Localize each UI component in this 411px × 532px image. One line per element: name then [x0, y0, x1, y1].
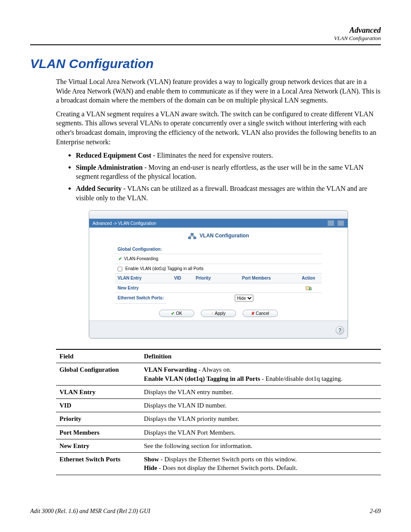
eth-switch-ports-select[interactable]: Hide [235, 295, 253, 302]
svg-rect-0 [191, 233, 193, 235]
global-config-label: Global Configuration: [115, 245, 322, 254]
footer-page-number: 2-69 [370, 508, 381, 515]
cancel-button[interactable]: ✘Cancel [243, 310, 278, 317]
page-title: VLAN Configuration [30, 56, 381, 71]
enable-dot1q-row: Enable VLAN (dot1q) Tagging in all Ports [115, 264, 322, 274]
defs-head-definition: Definition [140, 349, 381, 363]
intro-paragraph-1: The Virtual Local Area Network (VLAN) fe… [56, 77, 381, 105]
col-priority: Priority [189, 274, 218, 283]
page-header: Advanced VLAN Configuration [30, 26, 381, 42]
breadcrumb-text: Advanced -> VLAN Configuration [93, 221, 156, 227]
panel-heading: VLAN Configuration [89, 232, 348, 239]
svg-rect-1 [188, 237, 191, 239]
panel-titlebar [89, 211, 348, 219]
ok-button[interactable]: ✔OK [159, 310, 194, 317]
apply-button[interactable]: ↑Apply [201, 310, 236, 317]
field-definitions-table: Field Definition Global Configuration VL… [56, 349, 381, 475]
defs-row: Priority Displays the VLAN priority numb… [56, 412, 381, 426]
page-footer: Adit 3000 (Rel. 1.6) and MSR Card (Rel 2… [30, 508, 381, 515]
network-icon [188, 233, 196, 239]
breadcrumb-bar: Advanced -> VLAN Configuration [89, 219, 348, 227]
vlan-config-panel: Advanced -> VLAN Configuration [89, 210, 348, 339]
benefit-item: Added Security - VLANs can be utilized a… [68, 184, 381, 202]
header-chapter: Advanced [30, 26, 381, 35]
enable-dot1q-checkbox[interactable] [118, 267, 122, 271]
defs-row: Port Members Displays the VLAN Port Memb… [56, 426, 381, 439]
add-entry-icon[interactable] [305, 286, 311, 291]
defs-row: Global Configuration VLAN Forwarding - A… [56, 363, 381, 386]
defs-row: VID Displays the VLAN ID number. [56, 399, 381, 412]
apply-icon: ↑ [211, 311, 213, 316]
x-icon: ✘ [251, 311, 255, 316]
defs-row: Ethernet Switch Ports Show - Displays th… [56, 453, 381, 475]
svg-rect-2 [193, 237, 196, 239]
vlan-forwarding-row: ✔ VLAN-Forwarding [115, 254, 322, 264]
col-port-members: Port Members [218, 274, 295, 283]
expand-icon[interactable] [337, 220, 344, 226]
check-icon: ✔ [171, 311, 174, 316]
eth-switch-ports-label: Ethernet Switch Ports: [115, 293, 166, 304]
defs-row: VLAN Entry Displays the VLAN entry numbe… [56, 385, 381, 398]
config-table: Global Configuration: ✔ VLAN-Forwarding … [115, 245, 322, 304]
benefits-list: Reduced Equipment Cost - Eliminates the … [56, 151, 381, 202]
benefit-item: Simple Administration - Moving an end-us… [68, 163, 381, 181]
col-vlan-entry: VLAN Entry [115, 274, 166, 283]
defs-row: New Entry See the following section for … [56, 439, 381, 452]
footer-doc-title: Adit 3000 (Rel. 1.6) and MSR Card (Rel 2… [30, 508, 150, 515]
check-on-icon: ✔ [118, 256, 123, 262]
col-vid: VID [166, 274, 189, 283]
benefit-item: Reduced Equipment Cost - Eliminates the … [68, 151, 381, 160]
header-section: VLAN Configuration [30, 35, 381, 42]
header-rule [30, 44, 381, 45]
col-action: Action [295, 274, 322, 283]
layout-icon[interactable] [327, 220, 334, 226]
intro-paragraph-2: Creating a VLAN segment requires a VLAN … [56, 109, 381, 146]
new-entry-label: New Entry [115, 283, 166, 293]
defs-head-field: Field [56, 349, 140, 363]
help-button[interactable]: ? [336, 326, 344, 335]
